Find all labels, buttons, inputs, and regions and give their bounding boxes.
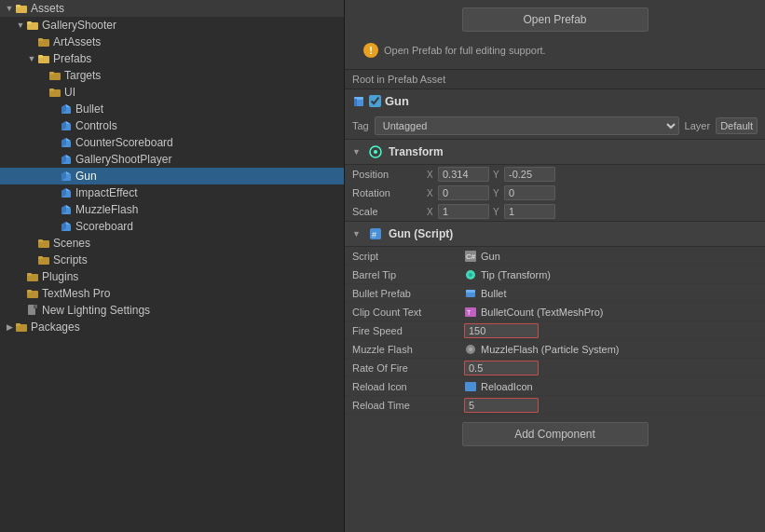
tree-label-counterscoreboard: CounterScoreboard (75, 136, 173, 149)
tree-item-galleryshootplayer[interactable]: GalleryShootPlayer (0, 151, 344, 168)
fire-speed-input[interactable] (464, 323, 539, 338)
rotation-row: Rotation X Y (345, 184, 765, 202)
reload-icon-ref-icon (464, 380, 477, 393)
info-bar: ! Open Prefab for full editing support. (356, 39, 754, 61)
layer-display[interactable]: Default (716, 117, 758, 134)
script-label: Script (352, 251, 464, 262)
tree-label-assets: Assets (31, 2, 64, 15)
rotation-y-input[interactable] (504, 185, 555, 200)
folder-icon-scenes (37, 237, 50, 250)
folder-icon-galleryshooter (26, 19, 39, 32)
tree-item-controls[interactable]: Controls (0, 117, 344, 134)
svg-rect-5 (38, 38, 43, 41)
cube-icon-galleryshootplayer (60, 153, 73, 166)
position-x-input[interactable] (438, 167, 489, 182)
tree-item-prefabs[interactable]: Prefabs (0, 50, 344, 67)
cube-icon-impacteffect (60, 186, 73, 199)
tree-item-ui[interactable]: UI (0, 84, 344, 101)
scale-label: Scale (352, 206, 427, 217)
svg-rect-37 (38, 239, 43, 242)
scale-row: Scale X Y (345, 202, 765, 221)
tree-item-targets[interactable]: Targets (0, 67, 344, 84)
prefab-asset-header: Root in Prefab Asset (345, 69, 765, 89)
rotation-label: Rotation (352, 187, 427, 198)
tree-item-artassets[interactable]: ArtAssets (0, 34, 344, 50)
add-component-button[interactable]: Add Component (462, 422, 649, 446)
tree-item-galleryshooter[interactable]: GalleryShooter (0, 17, 344, 34)
folder-icon-prefabs (37, 52, 50, 65)
tree-item-scripts[interactable]: Scripts (0, 252, 344, 268)
transform-component: ▼ Transform Position X Y (345, 139, 765, 221)
reload-time-input[interactable] (464, 398, 539, 413)
asset-browser: Assets GalleryShooter ArtAssets Prefabs … (0, 0, 345, 532)
script-ref-value: Gun (481, 251, 500, 262)
tree-label-packages: Packages (31, 321, 80, 334)
barrel-tip-row: Barrel Tip Tip (Transform) (345, 266, 765, 284)
open-prefab-button[interactable]: Open Prefab (462, 7, 649, 32)
tree-label-scripts: Scripts (53, 253, 88, 266)
position-fields: X Y (427, 167, 758, 182)
muzzle-flash-label: Muzzle Flash (352, 344, 464, 355)
tree-item-scoreboard[interactable]: Scoreboard (0, 218, 344, 235)
scale-x-axis: X (427, 207, 436, 217)
tree-item-muzzleflash[interactable]: MuzzleFlash (0, 201, 344, 218)
tree-label-targets: Targets (64, 69, 101, 82)
transform-header: ▼ Transform (345, 139, 765, 165)
tree-arrow-assets (4, 4, 15, 13)
cube-icon-counterscoreboard (60, 136, 73, 149)
clip-count-icon: T (464, 306, 477, 319)
tree-item-bullet[interactable]: Bullet (0, 101, 344, 117)
tree-item-counterscoreboard[interactable]: CounterScoreboard (0, 134, 344, 151)
reload-time-row: Reload Time (345, 396, 765, 415)
muzzle-flash-icon (464, 343, 477, 356)
script-row: Script C# Gun (345, 247, 765, 266)
tree-label-galleryshooter: GalleryShooter (42, 19, 116, 32)
tree-item-newlightingsettings[interactable]: New Lighting Settings (0, 302, 344, 319)
tree-item-impacteffect[interactable]: ImpactEffect (0, 184, 344, 201)
svg-text:C#: C# (466, 252, 476, 261)
cube-icon-gun (60, 170, 73, 183)
transform-arrow-icon: ▼ (352, 147, 361, 157)
tag-label: Tag (352, 120, 369, 131)
scale-y-input[interactable] (504, 204, 555, 219)
scale-x-input[interactable] (438, 204, 489, 219)
folder-icon-plugins (26, 270, 39, 283)
tree-label-prefabs: Prefabs (53, 52, 91, 65)
gun-script-header: ▼ # Gun (Script) (345, 221, 765, 247)
tree-item-plugins[interactable]: Plugins (0, 268, 344, 285)
file-icon-newlightingsettings (26, 304, 39, 317)
rate-of-fire-input[interactable] (464, 361, 539, 375)
gun-active-checkbox[interactable] (369, 95, 381, 107)
bullet-prefab-icon (464, 287, 477, 300)
position-y-input[interactable] (504, 167, 555, 182)
tag-layer-row: Tag Untagged Layer Default (345, 113, 765, 139)
tree-item-scenes[interactable]: Scenes (0, 235, 344, 252)
tree-arrow-prefabs (26, 54, 37, 63)
info-text: Open Prefab for full editing support. (384, 45, 546, 56)
rotation-x-input[interactable] (438, 185, 489, 200)
inspector-panel: Open Prefab ! Open Prefab for full editi… (345, 0, 765, 532)
tree-item-packages[interactable]: Packages (0, 319, 344, 335)
tree-label-textmeshpro: TextMesh Pro (42, 287, 110, 300)
svg-rect-39 (38, 256, 43, 259)
svg-rect-66 (465, 382, 476, 391)
folder-icon-artassets (37, 35, 50, 48)
svg-rect-61 (466, 290, 475, 293)
tree-item-assets[interactable]: Assets (0, 0, 344, 17)
tree-label-plugins: Plugins (42, 270, 78, 283)
fire-speed-row: Fire Speed (345, 321, 765, 340)
folder-icon-ui (48, 86, 61, 99)
tree-item-textmeshpro[interactable]: TextMesh Pro (0, 285, 344, 302)
cube-icon-controls (60, 119, 73, 132)
reload-icon-value: ReloadIcon (464, 380, 758, 393)
folder-icon-packages (15, 321, 28, 334)
svg-rect-11 (49, 89, 54, 91)
fire-speed-label: Fire Speed (352, 325, 464, 336)
tag-dropdown[interactable]: Untagged (375, 116, 679, 135)
rotation-y-axis: Y (493, 188, 502, 198)
barrel-tip-icon (464, 268, 477, 281)
scale-y-field: Y (493, 204, 555, 219)
cube-icon-muzzleflash (60, 203, 73, 216)
tree-item-gun[interactable]: Gun (0, 168, 344, 184)
fire-speed-value (464, 323, 758, 338)
